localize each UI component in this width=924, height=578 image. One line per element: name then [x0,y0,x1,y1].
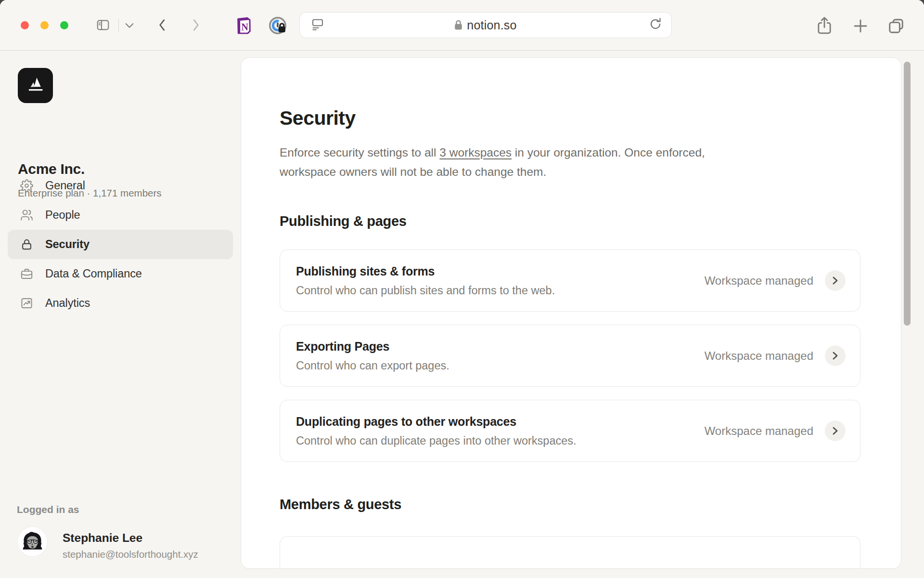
logged-in-as-label: Logged in as [17,504,79,515]
sidebar-item-label: People [45,209,80,222]
sidebar-item-security[interactable]: Security [8,230,233,259]
gear-icon [20,179,33,193]
back-button[interactable] [156,17,168,33]
status-badge: Workspace managed [705,349,813,363]
safari-window: N [0,0,924,578]
card-description: Control who can duplicate pages into oth… [296,434,577,447]
card-title: Duplicating pages to other workspaces [296,415,577,429]
sidebar-item-label: Security [45,238,90,251]
sidebar-item-people[interactable]: People [8,200,233,230]
card-title: Publishing sites & forms [296,264,555,278]
https-lock-icon [454,20,462,30]
url-text: notion.so [467,18,516,32]
close-window-button[interactable] [21,21,29,29]
avatar[interactable] [18,527,47,556]
sidebar-item-label: General [45,179,85,192]
chart-icon [20,297,33,310]
sailboat-icon [25,75,47,97]
new-tab-button[interactable] [852,17,869,35]
chevron-down-icon[interactable] [124,22,135,29]
zoom-window-button[interactable] [60,21,68,29]
tab-overview-button[interactable] [886,16,906,36]
briefcase-icon [20,267,33,281]
password-manager-extension-icon[interactable] [268,15,289,37]
forward-button[interactable] [190,17,202,33]
card-title: Exporting Pages [296,340,449,354]
people-icon [20,209,33,222]
user-email: stephanie@toolsforthought.xyz [63,549,198,560]
browser-toolbar: N [0,0,924,51]
reload-button[interactable] [648,17,663,33]
share-button[interactable] [815,16,834,35]
workspace-logo [18,68,53,103]
section-heading-publishing: Publishing & pages [280,213,860,229]
sidebar-item-label: Data & Compliance [45,267,142,280]
sidebar-toggle-icon[interactable] [95,18,111,32]
page-body: Acme Inc. Enterprise plan · 1,171 member… [0,51,924,578]
intro-text-before: Enforce security settings to all [280,146,439,159]
status-badge: Workspace managed [705,274,813,288]
sidebar-item-general[interactable]: General [8,171,233,200]
security-settings-panel: Security Enforce security settings to al… [241,57,901,569]
user-name: Stephanie Lee [63,531,142,545]
sidebar-item-data-compliance[interactable]: Data & Compliance [8,259,233,289]
card-description: Control who can publish sites and forms … [296,284,555,297]
window-controls [21,21,68,29]
sidebar-nav: General People [8,171,233,318]
settings-sidebar: Acme Inc. Enterprise plan · 1,171 member… [0,51,241,578]
setting-card-exporting-pages[interactable]: Exporting Pages Control who can export p… [280,325,860,387]
sidebar-item-label: Analytics [45,297,90,310]
workspaces-link[interactable]: 3 workspaces [439,146,512,159]
sidebar-item-analytics[interactable]: Analytics [8,289,233,318]
address-bar[interactable]: notion.so [299,12,672,38]
publishing-cards: Publishing sites & forms Control who can… [280,250,860,462]
section-heading-members: Members & guests [280,497,860,512]
lock-icon [20,238,33,251]
card-description: Control who can export pages. [296,359,449,372]
minimize-window-button[interactable] [40,21,49,29]
chevron-right-button[interactable] [825,345,846,366]
setting-card-duplicating-pages[interactable]: Duplicating pages to other workspaces Co… [280,400,860,462]
setting-card-publishing-sites[interactable]: Publishing sites & forms Control who can… [280,250,860,312]
chevron-right-button[interactable] [825,270,846,291]
page-title: Security [280,107,860,129]
toolbar-divider [118,19,119,32]
svg-text:N: N [241,22,248,32]
setting-card-partial[interactable] [280,536,860,569]
intro-paragraph: Enforce security settings to all 3 works… [280,143,738,182]
notion-extension-icon[interactable]: N [232,15,253,36]
scrollbar-thumb[interactable] [904,62,911,326]
chevron-right-button[interactable] [825,420,846,441]
status-badge: Workspace managed [705,424,813,438]
